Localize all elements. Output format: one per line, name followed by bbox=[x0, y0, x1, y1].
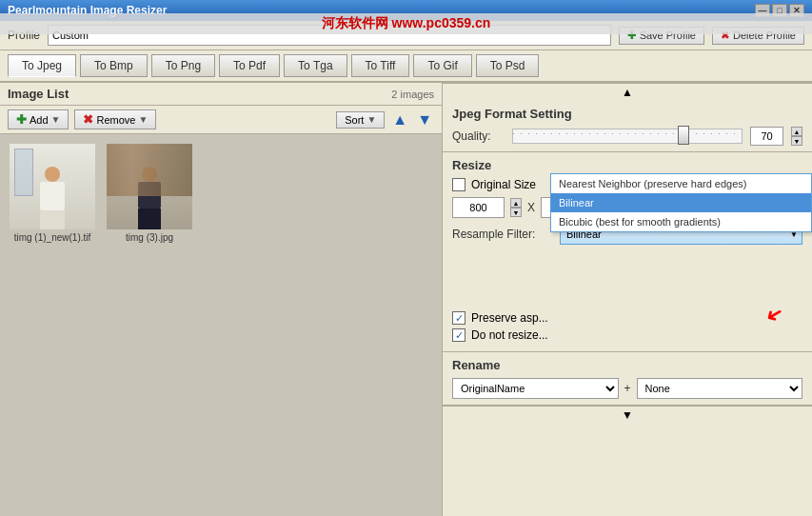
tab-to-png[interactable]: To Png bbox=[151, 54, 215, 77]
add-button[interactable]: ✚ Add ▼ bbox=[8, 109, 69, 129]
left-panel: Image List 2 images ✚ Add ▼ ✖ Remove ▼ S… bbox=[0, 83, 443, 516]
tab-to-tga[interactable]: To Tga bbox=[284, 54, 347, 77]
do-not-resize-label: Do not resize... bbox=[471, 328, 548, 342]
sort-chevron-icon: ▼ bbox=[366, 114, 376, 125]
quality-slider-thumb[interactable] bbox=[678, 126, 689, 145]
scroll-up-icon: ▲ bbox=[622, 86, 633, 99]
add-chevron-icon: ▼ bbox=[51, 114, 61, 125]
do-not-resize-row: ✓ Do not resize... bbox=[452, 328, 802, 342]
preserve-aspect-row: ✓ Preserve asp... bbox=[452, 311, 802, 325]
watermark-bar: 河东软件网 www.pc0359.cn bbox=[0, 13, 812, 34]
image-filename-2: timg (3).jpg bbox=[126, 232, 173, 243]
preserve-aspect-label: Preserve asp... bbox=[471, 311, 548, 325]
scroll-down-icon: ▼ bbox=[622, 408, 633, 422]
scroll-down-indicator[interactable]: ▼ bbox=[443, 406, 812, 424]
rename-suffix-select[interactable]: None Suffix1 bbox=[637, 378, 803, 399]
move-up-button[interactable]: ▲ bbox=[390, 111, 409, 129]
dropdown-item-bilinear[interactable]: Bilinear bbox=[551, 193, 811, 212]
dropdown-item-bicubic[interactable]: Bicubic (best for smooth gradients) bbox=[551, 212, 811, 231]
list-item[interactable]: timg (3).jpg bbox=[107, 144, 192, 243]
rename-plus-label: + bbox=[624, 382, 631, 395]
right-panel: ▲ Jpeg Format Setting Quality: 70 ▲ ▼ bbox=[443, 83, 812, 516]
red-arrow-indicator: ➜ bbox=[762, 300, 789, 330]
image-grid: timg (1)_new(1).tif timg (3).j bbox=[0, 134, 442, 516]
width-input[interactable]: 800 bbox=[452, 197, 505, 218]
image-list-toolbar: ✚ Add ▼ ✖ Remove ▼ Sort ▼ ▲ ▼ bbox=[0, 106, 442, 134]
quality-value: 70 bbox=[750, 127, 783, 146]
move-down-button[interactable]: ▼ bbox=[415, 111, 434, 129]
image-list-title: Image List bbox=[8, 87, 69, 101]
dropdown-item-nearest[interactable]: Nearest Neighbor (preserve hard edges) bbox=[551, 174, 811, 193]
quality-row: Quality: 70 ▲ ▼ bbox=[452, 127, 802, 146]
watermark-text: 河东软件网 www.pc0359.cn bbox=[322, 15, 491, 32]
sort-button[interactable]: Sort ▼ bbox=[336, 111, 385, 129]
main-container: Profile ✚ Save Profile ✖ Delete Profile … bbox=[0, 21, 812, 516]
tab-to-pdf[interactable]: To Pdf bbox=[219, 54, 280, 77]
width-spin-down[interactable]: ▼ bbox=[510, 208, 522, 217]
tab-to-bmp[interactable]: To Bmp bbox=[80, 54, 148, 77]
resample-label: Resample Filter: bbox=[452, 228, 552, 241]
content-area: Image List 2 images ✚ Add ▼ ✖ Remove ▼ S… bbox=[0, 83, 812, 516]
do-not-resize-checkbox[interactable]: ✓ bbox=[452, 328, 465, 342]
scroll-up-indicator[interactable]: ▲ bbox=[443, 83, 812, 101]
image-thumbnail-1 bbox=[10, 144, 95, 229]
width-spin-up[interactable]: ▲ bbox=[510, 198, 522, 208]
remove-icon: ✖ bbox=[83, 112, 93, 127]
tab-to-psd[interactable]: To Psd bbox=[476, 54, 540, 77]
list-item[interactable]: timg (1)_new(1).tif bbox=[10, 144, 95, 243]
jpeg-format-section: Jpeg Format Setting Quality: 70 ▲ ▼ bbox=[443, 101, 812, 152]
format-tabs: To Jpeg To Bmp To Png To Pdf To Tga To T… bbox=[0, 50, 812, 83]
original-size-label: Original Size bbox=[471, 178, 536, 191]
remove-button[interactable]: ✖ Remove ▼ bbox=[74, 109, 156, 129]
original-size-checkbox[interactable] bbox=[452, 178, 465, 191]
quality-spinner[interactable]: ▲ ▼ bbox=[791, 127, 802, 146]
image-filename-1: timg (1)_new(1).tif bbox=[14, 232, 91, 243]
rename-row: OriginalName CustomName Sequence + None … bbox=[452, 378, 802, 399]
preserve-aspect-checkbox[interactable]: ✓ bbox=[452, 311, 465, 325]
tab-to-jpeg[interactable]: To Jpeg bbox=[8, 54, 76, 77]
resize-title: Resize bbox=[452, 158, 802, 172]
image-count: 2 images bbox=[391, 89, 434, 100]
width-spinner[interactable]: ▲ ▼ bbox=[510, 198, 522, 217]
rename-section: Rename OriginalName CustomName Sequence … bbox=[443, 352, 812, 406]
quality-spin-up[interactable]: ▲ bbox=[791, 127, 802, 136]
x-label: X bbox=[527, 201, 535, 214]
image-thumbnail-2 bbox=[107, 144, 192, 229]
quality-spin-down[interactable]: ▼ bbox=[791, 136, 802, 146]
tab-to-gif[interactable]: To Gif bbox=[413, 54, 471, 77]
plus-icon: ✚ bbox=[16, 112, 27, 127]
remove-chevron-icon: ▼ bbox=[138, 114, 148, 125]
tab-to-tiff[interactable]: To Tiff bbox=[351, 54, 410, 77]
rename-title: Rename bbox=[452, 358, 802, 372]
resize-section: Resize Original Size 800 ▲ ▼ bbox=[443, 152, 812, 352]
rename-name-select[interactable]: OriginalName CustomName Sequence bbox=[452, 378, 619, 399]
image-list-header: Image List 2 images bbox=[0, 83, 442, 106]
jpeg-format-title: Jpeg Format Setting bbox=[452, 107, 802, 121]
quality-slider[interactable] bbox=[512, 129, 743, 144]
resample-dropdown: Nearest Neighbor (preserve hard edges) B… bbox=[550, 173, 812, 232]
quality-label: Quality: bbox=[452, 129, 505, 143]
